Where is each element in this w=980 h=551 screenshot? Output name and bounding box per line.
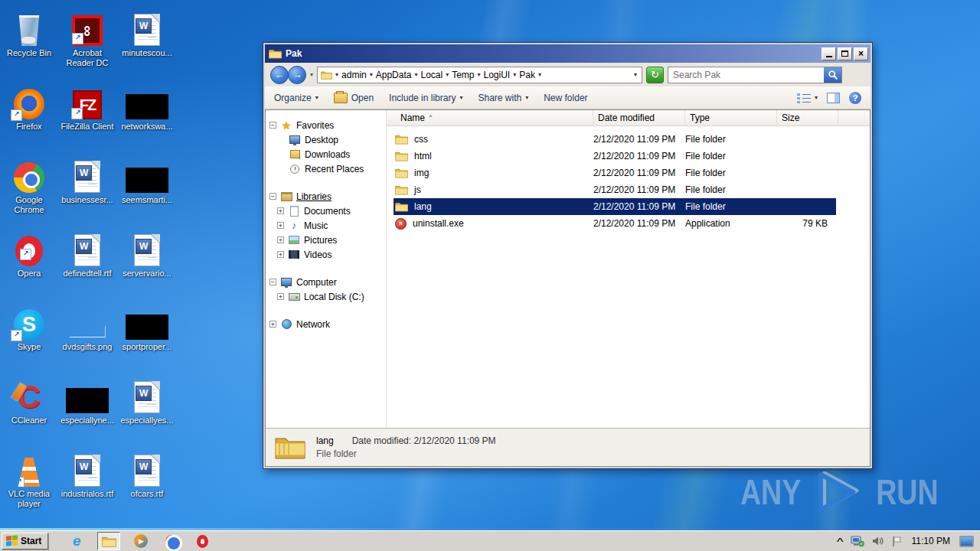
desktop-icon-seemsmarti[interactable]: seemsmarti... (116, 153, 178, 227)
breadcrumb-local[interactable]: Local (420, 70, 443, 80)
network-status-tray-icon[interactable] (851, 536, 864, 547)
expand-icon[interactable]: + (277, 236, 284, 243)
maximize-button[interactable] (838, 47, 852, 60)
collapse-icon[interactable]: − (270, 122, 276, 129)
window-folder-icon (269, 48, 282, 59)
address-history-dropdown-icon[interactable]: ▾ (634, 71, 639, 78)
show-desktop-monitor-icon[interactable] (959, 536, 974, 547)
change-view-button[interactable]: ▾ (797, 93, 818, 103)
include-in-library-button[interactable]: Include in library ▾ (389, 93, 462, 103)
desktop-icon-opera[interactable]: Opera (0, 227, 58, 300)
desktop-icon-acrobat[interactable]: ∞ Acrobat Reader DC (58, 6, 116, 80)
desktop-icon-sportproper[interactable]: sportproper... (116, 300, 178, 373)
organize-button[interactable]: Organize ▾ (274, 93, 318, 103)
start-button[interactable]: Start (2, 533, 48, 549)
column-header-name[interactable]: Name▲ (387, 110, 593, 126)
breadcrumb-separator-icon[interactable]: ▾ (368, 71, 374, 78)
file-row-css[interactable]: css 2/12/2020 11:09 PM File folder (394, 131, 836, 148)
desktop-icon-recycle-bin[interactable]: Recycle Bin (0, 6, 58, 80)
nav-computer[interactable]: − Computer (266, 275, 386, 289)
nav-videos[interactable]: + Videos (266, 247, 386, 262)
desktop-icon-businessesr[interactable]: businessesr... (58, 153, 116, 227)
desktop-icon-especiallyes[interactable]: especiallyes... (116, 373, 178, 447)
desktop-icon-dvdsgifts[interactable]: dvdsgifts.png (58, 300, 116, 373)
column-header-type[interactable]: Type (685, 110, 777, 126)
nav-libraries[interactable]: − Libraries (266, 189, 386, 204)
expand-icon[interactable]: + (277, 207, 284, 214)
desktop-icon-servervario[interactable]: servervario... (116, 227, 178, 300)
column-header-date-modified[interactable]: Date modified (593, 110, 685, 126)
desktop-icon-grid: Recycle Bin ∞ Acrobat Reader DC minutesc… (0, 6, 178, 520)
close-button[interactable]: × (854, 47, 868, 60)
taskbar-clock[interactable]: 11:10 PM (910, 536, 952, 546)
desktop-icon-ccleaner[interactable]: C CCleaner (0, 373, 58, 447)
nav-local-disk-c[interactable]: + Local Disk (C:) (266, 289, 386, 304)
taskbar-chrome-button[interactable] (162, 532, 181, 550)
back-button[interactable]: ← (270, 66, 289, 84)
breadcrumb-separator-icon[interactable]: ▾ (334, 71, 340, 78)
taskbar-opera-button[interactable] (192, 532, 212, 550)
new-folder-button[interactable]: New folder (544, 93, 587, 103)
desktop-icon-networkswa[interactable]: networkswa... (116, 80, 178, 153)
minimize-button[interactable] (822, 47, 836, 60)
search-input[interactable] (668, 70, 824, 80)
collapse-icon[interactable]: − (270, 193, 276, 200)
collapse-icon[interactable]: − (270, 279, 276, 285)
address-bar[interactable]: ▾ admin ▾ AppData ▾ Local ▾ Temp ▾ LogiU… (317, 67, 642, 83)
desktop-icon-vlc[interactable]: VLC media player (0, 447, 58, 520)
nav-label: Documents (304, 206, 351, 217)
expand-icon[interactable]: + (277, 251, 284, 258)
breadcrumb-separator-icon[interactable]: ▾ (537, 71, 543, 78)
desktop-icon-especiallyne[interactable]: especiallyne... (58, 373, 116, 447)
volume-tray-icon[interactable] (872, 536, 884, 546)
show-hidden-icons-chevron[interactable]: ^ (837, 536, 844, 546)
help-icon[interactable]: ? (849, 92, 861, 104)
file-row-lang-selected[interactable]: lang 2/12/2020 11:09 PM File folder (394, 198, 836, 215)
file-row-uninstall-exe[interactable]: ×uninstall.exe 2/12/2020 11:09 PM Applic… (394, 215, 836, 232)
breadcrumb-appdata[interactable]: AppData (376, 70, 412, 80)
breadcrumb-logiui[interactable]: LogiUI (484, 70, 511, 80)
desktop-icon-minutescou[interactable]: minutescou... (116, 6, 178, 80)
desktop-icon-skype[interactable]: S Skype (0, 300, 58, 373)
action-center-flag-icon[interactable] (892, 536, 903, 547)
desktop-icon-firefox[interactable]: Firefox (0, 80, 58, 153)
taskbar-media-player-button[interactable]: ▶ (131, 532, 151, 550)
recent-pages-dropdown-icon[interactable]: ▾ (310, 71, 313, 78)
breadcrumb-separator-icon[interactable]: ▾ (444, 71, 450, 78)
breadcrumb-separator-icon[interactable]: ▾ (511, 71, 518, 78)
search-button[interactable] (824, 67, 841, 83)
desktop-icon-filezilla[interactable]: FZ FileZilla Client (58, 80, 116, 153)
nav-documents[interactable]: + Documents (266, 204, 386, 218)
file-row-js[interactable]: js 2/12/2020 11:09 PM File folder (394, 181, 836, 198)
breadcrumb-admin[interactable]: admin (341, 70, 367, 80)
desktop-icon-chrome[interactable]: Google Chrome (0, 153, 58, 227)
nav-recent-places[interactable]: Recent Places (266, 161, 386, 176)
nav-favorites[interactable]: − ★ Favorites (266, 118, 386, 132)
refresh-button[interactable]: ↻ (646, 67, 664, 83)
file-row-img[interactable]: img 2/12/2020 11:09 PM File folder (394, 165, 836, 181)
breadcrumb-temp[interactable]: Temp (452, 70, 474, 80)
column-header-size[interactable]: Size (777, 110, 838, 126)
file-row-html[interactable]: html 2/12/2020 11:09 PM File folder (394, 148, 836, 165)
nav-desktop[interactable]: Desktop (266, 132, 386, 147)
nav-downloads[interactable]: Downloads (266, 147, 386, 161)
nav-music[interactable]: + ♪ Music (266, 218, 386, 233)
nav-pictures[interactable]: + Pictures (266, 233, 386, 247)
forward-button[interactable]: → (288, 66, 306, 84)
expand-icon[interactable]: + (270, 321, 276, 328)
nav-network[interactable]: + Network (266, 317, 386, 331)
breadcrumb-pak[interactable]: Pak (519, 70, 535, 80)
desktop-icon-definedtell[interactable]: definedtell.rtf (58, 227, 116, 300)
share-with-button[interactable]: Share with ▾ (478, 93, 528, 103)
open-button[interactable]: Open (334, 93, 374, 103)
expand-icon[interactable]: + (277, 222, 284, 229)
title-bar[interactable]: Pak × (265, 44, 871, 63)
expand-icon[interactable]: + (277, 293, 284, 300)
desktop-icon-industrialos[interactable]: industrialos.rtf (58, 447, 116, 520)
desktop-icon-ofcars[interactable]: ofcars.rtf (116, 447, 178, 520)
taskbar-explorer-button-active[interactable] (97, 532, 120, 550)
breadcrumb-separator-icon[interactable]: ▾ (413, 71, 419, 78)
preview-pane-icon[interactable] (827, 93, 840, 103)
taskbar-internet-explorer-button[interactable]: e (67, 532, 87, 550)
breadcrumb-separator-icon[interactable]: ▾ (476, 71, 482, 78)
